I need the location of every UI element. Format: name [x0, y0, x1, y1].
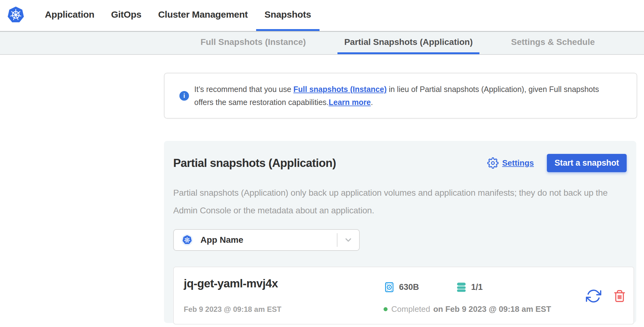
status-label: Completed	[391, 304, 430, 314]
status-finished-date: on Feb 9 2023 @ 09:18 am EST	[433, 304, 551, 314]
info-text-before: It’s recommend that you use	[194, 85, 294, 94]
settings-link[interactable]: Settings	[502, 158, 534, 168]
kubernetes-app-icon	[181, 234, 193, 246]
panel-actions: Settings Start a snapshot	[487, 154, 627, 172]
panel-description: Partial snapshots (Application) only bac…	[173, 184, 629, 219]
app-selector-value: App Name	[200, 235, 243, 245]
snapshot-row: jq-get-yaml-mvj4x Feb 9 2023 @ 09:18 am …	[173, 267, 634, 325]
partial-snapshots-panel: Partial snapshots (Application) Settings…	[164, 141, 636, 323]
top-nav-items: Application GitOps Cluster Management Sn…	[36, 0, 320, 31]
snapshot-volumes: 1/1	[456, 281, 483, 293]
status-dot-icon	[384, 307, 388, 311]
nav-item-application[interactable]: Application	[36, 0, 103, 31]
app-name-selector[interactable]: App Name	[173, 229, 360, 251]
nav-item-cluster-management[interactable]: Cluster Management	[150, 0, 256, 31]
snapshot-status: Completed on Feb 9 2023 @ 09:18 am EST	[384, 304, 551, 314]
database-icon	[456, 281, 467, 293]
delete-icon[interactable]	[613, 290, 626, 303]
snapshot-size-value: 630B	[399, 282, 419, 292]
gear-icon[interactable]	[487, 157, 499, 169]
top-navbar: Application GitOps Cluster Management Sn…	[0, 0, 644, 31]
panel-header: Partial snapshots (Application) Settings…	[173, 154, 634, 172]
snapshot-created-date: Feb 9 2023 @ 09:18 am EST	[184, 305, 281, 314]
chevron-down-icon[interactable]	[337, 235, 359, 245]
nav-item-gitops[interactable]: GitOps	[103, 0, 150, 31]
tab-settings-schedule[interactable]: Settings & Schedule	[504, 32, 602, 54]
tab-full-snapshots-instance[interactable]: Full Snapshots (Instance)	[194, 32, 313, 54]
snapshot-volumes-value: 1/1	[471, 282, 483, 292]
full-snapshots-instance-link[interactable]: Full snapshots (Instance)	[294, 85, 387, 94]
info-banner: i It’s recommend that you use Full snaps…	[164, 73, 637, 119]
panel-title: Partial snapshots (Application)	[173, 157, 336, 170]
info-banner-text: It’s recommend that you use Full snapsho…	[194, 83, 619, 109]
info-text-after: .	[371, 98, 373, 107]
kubernetes-logo-icon[interactable]	[7, 6, 25, 24]
info-icon: i	[179, 91, 189, 101]
tab-partial-snapshots-application[interactable]: Partial Snapshots (Application)	[337, 32, 479, 54]
learn-more-link[interactable]: Learn more	[329, 98, 371, 107]
start-snapshot-button[interactable]: Start a snapshot	[547, 154, 627, 172]
snapshot-name[interactable]: jq-get-yaml-mvj4x	[184, 277, 278, 290]
nav-item-snapshots[interactable]: Snapshots	[256, 0, 320, 31]
snapshots-page: Application GitOps Cluster Management Sn…	[0, 0, 644, 327]
disk-icon	[384, 281, 395, 293]
snapshot-size: 630B	[384, 281, 419, 293]
restore-icon[interactable]	[586, 288, 601, 304]
snapshots-tab-bar: Full Snapshots (Instance) Partial Snapsh…	[0, 31, 644, 55]
